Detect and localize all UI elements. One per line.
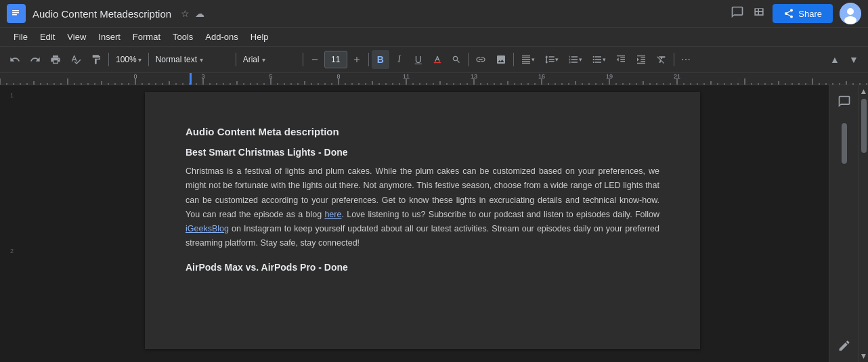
menu-addons[interactable]: Add-ons [200,30,243,44]
svg-rect-1 [12,10,19,12]
menu-format[interactable]: Format [127,30,166,44]
grid-icon[interactable] [752,5,766,22]
bold-button[interactable]: B [372,50,389,69]
align-button[interactable]: ▾ [517,50,539,69]
document-page: Audio Content Meta description Best Smar… [145,92,700,349]
svg-rect-7 [433,62,441,63]
body-text-3: on Instagram to keep yourself updated ab… [186,224,659,248]
here-link[interactable]: here [324,210,341,219]
sidebar-edit-icon[interactable] [833,335,855,357]
scroll-up-button[interactable]: ▲ [826,50,844,69]
numbered-list-button[interactable]: ▾ [564,50,586,69]
share-button[interactable]: Share [773,4,833,23]
undo-button[interactable] [5,50,24,69]
svg-rect-0 [11,7,22,20]
scroll-thumb[interactable] [861,99,867,153]
spellcheck-button[interactable] [66,50,85,69]
divider3 [236,53,236,66]
title-icons: ☆ ☁ [181,8,204,19]
clear-format-button[interactable] [652,50,671,69]
menu-bar: File Edit View Insert Format Tools Add-o… [0,27,868,46]
text-style-control[interactable]: Normal text ▾ [152,50,233,69]
right-sidebar [829,85,859,362]
bullet-list-button[interactable]: ▾ [588,50,610,69]
zoom-control[interactable]: 100% ▾ [112,50,146,69]
toolbar: 100% ▾ Normal text ▾ Arial ▾ 11 B I U [0,46,868,73]
divider5 [368,53,369,66]
document-area[interactable]: Audio Content Meta description Best Smar… [16,85,829,362]
font-size-minus-button[interactable] [306,50,324,69]
scroll-down-arrow[interactable]: ▼ [860,351,868,361]
cloud-icon[interactable]: ☁ [195,8,204,19]
divider6 [468,53,469,66]
font-control[interactable]: Arial ▾ [239,50,300,69]
scroll-down-button[interactable]: ▼ [845,50,863,69]
redo-button[interactable] [26,50,45,69]
page-indicator-2: 2 [10,248,14,254]
line-spacing-button[interactable]: ▾ [540,50,563,69]
svg-rect-2 [12,12,19,14]
page-indicator-1: 1 [10,92,14,99]
divider1 [108,53,109,66]
font-size-input[interactable]: 11 [324,51,347,68]
zoom-value: 100% [116,55,137,64]
divider7 [513,53,514,66]
doc-heading2: Best Smart Christmas Lights - Done [186,147,659,158]
insert-image-button[interactable] [492,50,511,69]
doc-heading1: Audio Content Meta description [186,126,659,137]
body-text-2: . Love listening to us? Subscribe to our… [341,210,659,219]
vertical-scrollbar[interactable]: ▲ ▼ [859,85,868,362]
title-bar: Audio Content Metadescription ☆ ☁ Share [0,0,868,27]
doc-heading3: AirPods Max vs. AirPods Pro - Done [186,262,659,273]
comments-icon[interactable] [731,5,744,22]
text-style-value: Normal text [156,55,197,64]
font-value: Arial [243,55,259,64]
print-button[interactable] [46,50,65,69]
menu-view[interactable]: View [62,30,91,44]
highlight-button[interactable] [448,50,465,69]
doc-body-text: Christmas is a festival of lights and pl… [186,164,659,251]
document-title[interactable]: Audio Content Metadescription [32,8,171,20]
paint-format-button[interactable] [87,50,106,69]
font-caret: ▾ [262,56,265,64]
link-button[interactable] [471,50,490,69]
menu-tools[interactable]: Tools [167,30,198,44]
menu-file[interactable]: File [8,30,33,44]
divider2 [148,53,149,66]
divider4 [303,53,303,66]
increase-indent-button[interactable] [632,50,651,69]
scroll-up-arrow[interactable]: ▲ [860,87,868,96]
ruler [0,73,868,85]
decrease-indent-button[interactable] [611,50,630,69]
zoom-caret: ▾ [138,56,142,64]
svg-point-5 [847,8,854,15]
left-sidebar: 1 2 [0,85,16,362]
header-icons [731,5,766,22]
font-size-plus-button[interactable] [348,50,366,69]
user-avatar[interactable] [840,3,861,24]
menu-insert[interactable]: Insert [93,30,126,44]
main-area: 1 2 Audio Content Meta description Best … [0,85,868,362]
igeeksblog-link[interactable]: iGeeksBlog [186,224,229,233]
docs-icon [7,4,26,23]
underline-button[interactable]: U [410,50,427,69]
text-style-caret: ▾ [200,56,203,64]
share-label: Share [798,9,822,19]
star-icon[interactable]: ☆ [181,8,190,19]
sidebar-comments-icon[interactable] [833,91,855,112]
font-size-control: 11 [306,50,366,69]
text-color-button[interactable] [429,50,446,69]
more-options-button[interactable]: ⋯ [677,50,695,69]
svg-rect-3 [12,14,17,16]
svg-point-6 [844,16,856,24]
italic-button[interactable]: I [391,50,408,69]
scrollbar-track [842,123,847,164]
divider8 [674,53,674,66]
more-icon: ⋯ [681,54,691,65]
menu-edit[interactable]: Edit [35,30,60,44]
menu-help[interactable]: Help [245,30,274,44]
